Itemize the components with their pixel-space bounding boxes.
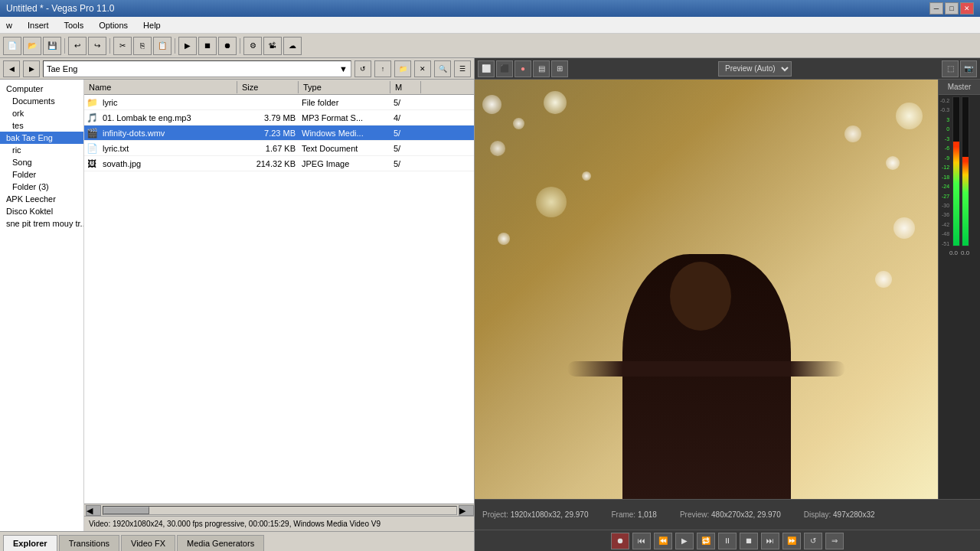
step-back-button[interactable]: ⏪ <box>654 533 672 549</box>
render-button[interactable]: 📽 <box>263 37 282 55</box>
publish-button[interactable]: ☁ <box>283 37 302 55</box>
forward-end-button[interactable]: ⏭ <box>761 533 779 549</box>
preview-tb-btn-4[interactable]: ▤ <box>533 60 550 77</box>
video-preview <box>475 80 938 499</box>
scroll-track[interactable] <box>103 506 457 515</box>
tab-video-fx[interactable]: Video FX <box>121 535 175 551</box>
back-button[interactable]: ◀ <box>3 60 20 77</box>
tree-item-disco-koktel[interactable]: Disco Koktel <box>0 205 83 217</box>
stop-button[interactable]: ⏹ <box>740 533 758 549</box>
vu-readout: 0.0 0.0 <box>939 248 980 258</box>
tree-item-tes[interactable]: tes <box>0 119 83 132</box>
preview-main-area: Master -0.2 -0.3 3 0 -3 -6 -9 -12 -18 -2 <box>475 80 980 499</box>
file-row-txt[interactable]: 📄 lyric.txt 1.67 KB Text Document 5/ <box>84 141 474 156</box>
horizontal-scrollbar[interactable]: ◀ ▶ <box>84 504 474 516</box>
forward-button[interactable]: ▶ <box>23 60 40 77</box>
tab-media-generators[interactable]: Media Generators <box>177 535 264 551</box>
step-forward-button[interactable]: ⏩ <box>782 533 801 549</box>
preview-snap-btn[interactable]: 📷 <box>960 60 977 77</box>
scroll-right-btn[interactable]: ▶ <box>459 505 474 516</box>
preview-tb-btn-2[interactable]: ⬛ <box>496 60 513 77</box>
display-label: Display: <box>804 510 833 519</box>
open-button[interactable]: 📂 <box>23 37 41 55</box>
scroll-left-btn[interactable]: ◀ <box>86 505 101 516</box>
menu-item-options[interactable]: Options <box>96 19 131 31</box>
file-row-wmv[interactable]: 🎬 infinity-dots.wmv 7.23 MB Windows Medi… <box>84 126 474 141</box>
tab-explorer[interactable]: Explorer <box>3 535 57 551</box>
properties-button[interactable]: ⚙ <box>243 37 262 55</box>
tree-item-sne-pit[interactable]: sne pit trem mouy tr... <box>0 217 83 230</box>
tree-item-computer[interactable]: Computer <box>0 83 83 95</box>
scroll-thumb[interactable] <box>103 507 149 514</box>
file-type-jpg: JPEG Image <box>299 159 390 168</box>
menu-item-w[interactable]: w <box>3 19 15 31</box>
pause-button[interactable]: ⏸ <box>718 533 737 549</box>
minimize-button[interactable]: ─ <box>929 2 943 15</box>
file-name-wmv: infinity-dots.wmv <box>100 129 237 138</box>
file-type-wmv: Windows Medi... <box>299 129 390 138</box>
tree-item-apk-leecher[interactable]: APK Leecher <box>0 193 83 205</box>
close-button[interactable]: ✕ <box>960 2 974 15</box>
delete-button[interactable]: ✕ <box>414 60 431 77</box>
copy-button[interactable]: ⎘ <box>133 37 152 55</box>
title-bar: Untitled * - Vegas Pro 11.0 ─ □ ✕ <box>0 0 980 17</box>
menu-item-help[interactable]: Help <box>140 19 164 31</box>
preview-out-btn[interactable]: ⬚ <box>942 60 959 77</box>
tree-item-song[interactable]: Song <box>0 156 83 168</box>
loop-region-button[interactable]: ↺ <box>804 533 822 549</box>
file-row-mp3[interactable]: 🎵 01. Lombak te eng.mp3 3.79 MB MP3 Form… <box>84 110 474 126</box>
undo-button[interactable]: ↩ <box>68 37 87 55</box>
col-header-name[interactable]: Name <box>84 81 237 93</box>
file-row-lyric[interactable]: 📁 lyric File folder 5/ <box>84 95 474 110</box>
tree-item-ric[interactable]: ric <box>0 144 83 156</box>
rewind-start-button[interactable]: ⏮ <box>632 533 651 549</box>
col-header-modified[interactable]: M <box>390 81 421 93</box>
new-button[interactable]: 📄 <box>3 37 21 55</box>
search-button[interactable]: 🔍 <box>434 60 451 77</box>
tree-item-ork[interactable]: ork <box>0 107 83 119</box>
tree-item-bak-tae-eng[interactable]: bak Tae Eng <box>0 132 83 144</box>
preview-tb-btn-5[interactable]: ⊞ <box>551 60 568 77</box>
text-icon: 📄 <box>84 141 100 156</box>
preview-tb-btn-3[interactable]: ● <box>514 60 531 77</box>
tb-btn-1[interactable]: ▶ <box>178 37 197 55</box>
maximize-button[interactable]: □ <box>945 2 959 15</box>
up-folder-button[interactable]: ↑ <box>374 60 391 77</box>
tree-item-folder3[interactable]: Folder (3) <box>0 181 83 193</box>
save-button[interactable]: 💾 <box>43 37 61 55</box>
left-panel-inner: Computer Documents ork tes bak Tae Eng r… <box>0 80 474 531</box>
col-header-size[interactable]: Size <box>237 81 299 93</box>
file-status: Video: 1920x1080x24, 30.000 fps progress… <box>84 516 474 531</box>
redo-button[interactable]: ↪ <box>88 37 106 55</box>
tb-btn-3[interactable]: ⏺ <box>218 37 237 55</box>
col-header-type[interactable]: Type <box>299 81 390 93</box>
toolbar-separator-4 <box>240 38 240 54</box>
tree-item-documents[interactable]: Documents <box>0 95 83 107</box>
record-button[interactable]: ⏺ <box>611 533 629 549</box>
paste-button[interactable]: 📋 <box>153 37 172 55</box>
preview-tb-btn-1[interactable]: ⬜ <box>478 60 495 77</box>
tab-transitions[interactable]: Transitions <box>59 535 119 551</box>
play-loop-button[interactable]: 🔁 <box>697 533 715 549</box>
preview-res-label: Preview: <box>680 510 711 519</box>
auto-scroll-button[interactable]: ⇒ <box>825 533 844 549</box>
vu-meter: Master -0.2 -0.3 3 0 -3 -6 -9 -12 -18 -2 <box>938 80 980 499</box>
preview-mode-select[interactable]: Preview (Auto) <box>718 61 792 77</box>
view-button[interactable]: ☰ <box>454 60 471 77</box>
tree-item-folder[interactable]: Folder <box>0 168 83 181</box>
menu-item-tools[interactable]: Tools <box>60 19 87 31</box>
new-folder-button[interactable]: 📁 <box>394 60 411 77</box>
play-button[interactable]: ▶ <box>675 533 694 549</box>
vu-scale: -0.2 -0.3 3 0 -3 -6 -9 -12 -18 -24 -27 -… <box>940 96 951 246</box>
preview-frame-info: Frame: 1,018 <box>611 510 656 519</box>
path-dropdown[interactable]: Tae Eng ▼ <box>43 60 351 77</box>
preview-res-info: Preview: 480x270x32, 29.970 <box>680 510 781 519</box>
menu-item-insert[interactable]: Insert <box>24 19 52 31</box>
file-name-mp3: 01. Lombak te eng.mp3 <box>100 113 237 122</box>
file-row-jpg[interactable]: 🖼 sovath.jpg 214.32 KB JPEG Image 5/ <box>84 156 474 171</box>
cut-button[interactable]: ✂ <box>113 37 132 55</box>
refresh-button[interactable]: ↺ <box>354 60 371 77</box>
tb-btn-2[interactable]: ⏹ <box>198 37 217 55</box>
file-date-lyric: 5/ <box>390 98 403 107</box>
vu-value-r: 0.0 <box>961 249 969 256</box>
